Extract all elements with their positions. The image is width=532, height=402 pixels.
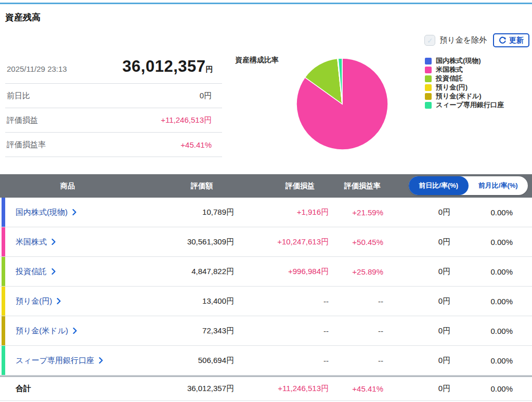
exclude-deposits-checkbox[interactable]: ✓ bbox=[424, 35, 435, 46]
legend-label: 預り金(米ドル) bbox=[436, 92, 482, 101]
legend-label: 国内株式(現物) bbox=[436, 56, 481, 66]
chevron-right-icon bbox=[99, 357, 103, 364]
table-row: 米国株式 30,561,309円 +10,247,613円 +50.45% 0円… bbox=[0, 227, 532, 257]
chevron-right-icon bbox=[51, 268, 56, 275]
summary-panel: 2025/11/29 23:13 36,012,357円 前日比 0円 評価損益… bbox=[5, 56, 222, 157]
summary-total-row: 2025/11/29 23:13 36,012,357円 bbox=[5, 56, 222, 84]
legend-item: 預り金(米ドル) bbox=[425, 93, 504, 100]
pl-rate-cell: +21.59% bbox=[329, 208, 383, 217]
total-pl-rate-cell: +45.41% bbox=[329, 384, 383, 393]
pl-rate-cell: -- bbox=[329, 297, 383, 306]
product-link[interactable]: 預り金(米ドル) bbox=[16, 326, 68, 336]
legend-item: 国内株式(現物) bbox=[425, 57, 504, 64]
product-link[interactable]: スィープ専用銀行口座 bbox=[16, 356, 94, 366]
refresh-button[interactable]: 更新 bbox=[493, 33, 529, 47]
exclude-deposits-label: 預り金を除外 bbox=[439, 35, 487, 45]
header-controls: ✓ 預り金を除外 更新 bbox=[424, 33, 529, 47]
refresh-icon bbox=[499, 36, 507, 44]
summary-total-unit: 円 bbox=[206, 65, 214, 73]
pl-rate-cell: +25.89% bbox=[329, 267, 383, 276]
legend-label: スィープ専用銀行口座 bbox=[436, 100, 504, 110]
table-total-row: 合計 36,012,357円 +11,246,513円 +45.41% 0円 0… bbox=[0, 375, 532, 401]
day-change-cell: 0円 bbox=[383, 237, 450, 247]
day-change-cell: 0円 bbox=[383, 296, 450, 306]
legend-swatch bbox=[425, 93, 432, 100]
summary-label: 評価損益 bbox=[7, 115, 38, 125]
value-cell: 10,789円 bbox=[135, 208, 234, 217]
legend-swatch bbox=[425, 75, 432, 82]
exclude-deposits-control: ✓ 預り金を除外 bbox=[424, 35, 487, 46]
pl-rate-cell: +50.45% bbox=[329, 238, 383, 247]
pl-cell: +996,984円 bbox=[234, 267, 329, 277]
summary-value: +45.41% bbox=[180, 140, 212, 149]
day-rate-cell: 0.00% bbox=[450, 267, 513, 276]
legend-item: 預り金(円) bbox=[425, 84, 504, 91]
row-color-bar bbox=[2, 198, 5, 227]
legend-swatch bbox=[425, 58, 432, 64]
row-color-bar bbox=[2, 287, 5, 316]
value-cell: 13,400円 bbox=[135, 296, 234, 306]
day-change-cell: 0円 bbox=[383, 267, 450, 277]
product-link[interactable]: 投資信託 bbox=[16, 267, 47, 277]
legend-label: 米国株式 bbox=[436, 65, 463, 74]
value-cell: 4,847,822円 bbox=[135, 267, 234, 277]
total-day-change-cell: 0円 bbox=[383, 384, 450, 394]
legend-label: 投資信託 bbox=[436, 74, 463, 83]
chevron-right-icon bbox=[72, 209, 76, 215]
period-toggle: 前日比/率(%) 前月比/率(%) bbox=[409, 176, 528, 195]
day-rate-cell: 0.00% bbox=[450, 208, 513, 217]
total-pl-cell: +11,246,513円 bbox=[234, 384, 329, 394]
pl-cell: -- bbox=[234, 327, 329, 335]
summary-value: 0円 bbox=[200, 91, 212, 101]
product-link[interactable]: 米国株式 bbox=[16, 237, 47, 247]
pl-cell: +10,247,613円 bbox=[234, 237, 329, 247]
day-change-cell: 0円 bbox=[383, 326, 450, 336]
row-color-bar bbox=[2, 316, 5, 345]
day-change-cell: 0円 bbox=[383, 208, 450, 217]
col-header-product: 商品 bbox=[60, 181, 75, 191]
col-header-pl-rate: 評価損益率 bbox=[344, 181, 381, 191]
day-rate-cell: 0.00% bbox=[450, 297, 513, 306]
product-link[interactable]: 国内株式(現物) bbox=[16, 208, 68, 217]
toggle-month-change[interactable]: 前月比/率(%) bbox=[469, 176, 528, 195]
summary-row-pl: 評価損益 +11,246,513円 bbox=[5, 108, 222, 133]
row-color-bar bbox=[2, 227, 5, 256]
total-value-cell: 36,012,357円 bbox=[135, 384, 234, 394]
table-row: 国内株式(現物) 10,789円 +1,916円 +21.59% 0円 0.00… bbox=[0, 198, 532, 227]
total-label: 合計 bbox=[0, 384, 135, 394]
legend-swatch bbox=[425, 102, 432, 109]
pl-rate-cell: -- bbox=[329, 356, 383, 365]
pl-cell: +1,916円 bbox=[234, 208, 329, 217]
legend-item: スィープ専用銀行口座 bbox=[425, 101, 504, 109]
table-row: 投資信託 4,847,822円 +996,984円 +25.89% 0円 0.0… bbox=[0, 257, 532, 287]
legend-item: 投資信託 bbox=[425, 75, 504, 82]
day-rate-cell: 0.00% bbox=[450, 238, 513, 247]
pl-cell: -- bbox=[234, 356, 329, 365]
pie-chart-title: 資産構成比率 bbox=[235, 56, 279, 65]
summary-total-value: 36,012,357円 bbox=[122, 57, 220, 76]
legend-label: 預り金(円) bbox=[436, 83, 468, 92]
summary-value: +11,246,513円 bbox=[161, 115, 212, 125]
chevron-right-icon bbox=[57, 298, 61, 304]
pie-chart-legend: 国内株式(現物)米国株式投資信託預り金(円)預り金(米ドル)スィープ専用銀行口座 bbox=[425, 57, 504, 110]
summary-row-day-change: 前日比 0円 bbox=[5, 84, 222, 108]
legend-swatch bbox=[425, 84, 432, 91]
asset-table: 商品 評価額 評価損益 評価損益率 前日比/率(%) 前月比/率(%) 国内株式… bbox=[0, 174, 532, 401]
page-accent-line bbox=[0, 3, 532, 4]
col-header-pl: 評価損益 bbox=[286, 181, 315, 191]
table-row: 預り金(米ドル) 72,343円 -- -- 0円 0.00% bbox=[0, 316, 532, 346]
summary-label: 評価損益率 bbox=[7, 140, 46, 150]
product-link[interactable]: 預り金(円) bbox=[16, 296, 52, 306]
row-color-bar bbox=[2, 257, 5, 286]
summary-label: 前日比 bbox=[7, 91, 30, 101]
day-rate-cell: 0.00% bbox=[450, 327, 513, 335]
table-header: 商品 評価額 評価損益 評価損益率 前日比/率(%) 前月比/率(%) bbox=[0, 174, 532, 198]
pl-rate-cell: -- bbox=[329, 327, 383, 335]
table-row: 預り金(円) 13,400円 -- -- 0円 0.00% bbox=[0, 287, 532, 316]
value-cell: 72,343円 bbox=[135, 326, 234, 336]
value-cell: 30,561,309円 bbox=[135, 237, 234, 247]
row-color-bar bbox=[2, 346, 5, 375]
asset-composition-pie-chart bbox=[295, 57, 390, 151]
table-row: スィープ専用銀行口座 506,694円 -- -- 0円 0.00% bbox=[0, 346, 532, 375]
toggle-day-change[interactable]: 前日比/率(%) bbox=[409, 176, 469, 195]
